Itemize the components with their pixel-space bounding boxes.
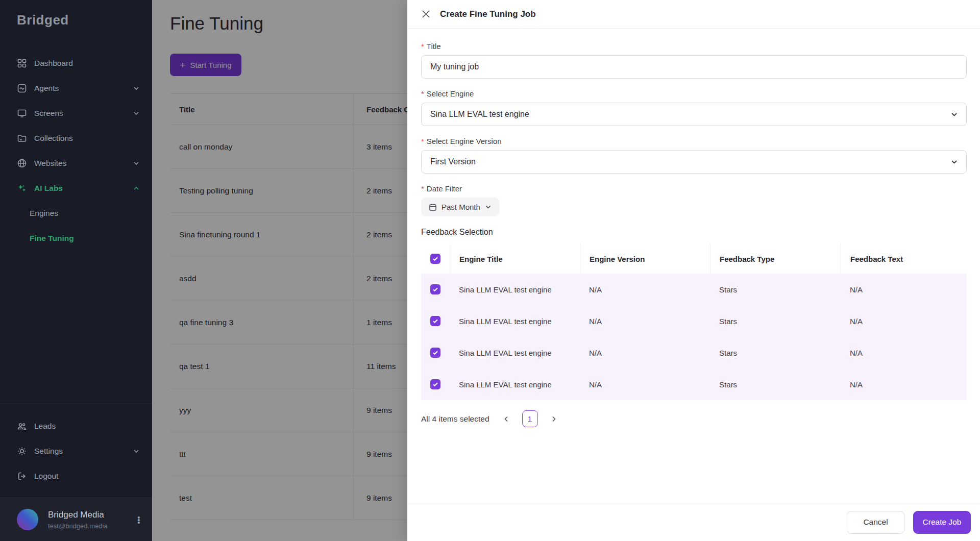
- drawer-header: Create Fine Tuning Job: [407, 0, 980, 29]
- close-icon[interactable]: [422, 10, 430, 18]
- feedback-row[interactable]: Sina LLM EVAL test engine N/A Stars N/A: [421, 337, 967, 368]
- date-filter-value: Past Month: [442, 203, 480, 211]
- feedback-table: Engine Title Engine Version Feedback Typ…: [421, 244, 967, 400]
- required-asterisk: *: [421, 42, 424, 51]
- sidebar-subitem-fine-tuning[interactable]: Fine Tuning: [0, 226, 152, 251]
- feedback-text-cell: N/A: [841, 317, 967, 326]
- create-job-button[interactable]: Create Job: [913, 511, 971, 534]
- column-header-feedback-text: Feedback Text: [841, 244, 967, 274]
- select-all-cell: [421, 244, 450, 274]
- feedback-type-cell: Stars: [710, 349, 841, 357]
- engine-select[interactable]: Sina LLM EVAL test engine: [421, 103, 967, 126]
- screens-icon: [17, 108, 27, 118]
- sparkles-icon: [17, 183, 27, 193]
- feedback-type-cell: Stars: [710, 380, 841, 389]
- feedback-type-cell: Stars: [710, 317, 841, 326]
- title-field-label: * Title: [421, 42, 967, 51]
- engine-version-select[interactable]: First Version: [421, 150, 967, 174]
- feedback-row[interactable]: Sina LLM EVAL test engine N/A Stars N/A: [421, 305, 967, 337]
- avatar[interactable]: [17, 509, 38, 530]
- title-input[interactable]: My tuning job: [421, 55, 967, 79]
- drawer-title: Create Fine Tuning Job: [440, 9, 536, 19]
- sidebar-spacer: [0, 251, 152, 404]
- user-meta: Bridged Media test@bridged.media: [48, 510, 136, 530]
- engine-version-cell: N/A: [580, 380, 710, 389]
- sidebar-subitem-label: Engines: [30, 209, 58, 218]
- sidebar-subitem-engines[interactable]: Engines: [0, 201, 152, 226]
- feedback-text-cell: N/A: [841, 380, 967, 389]
- engine-version-cell: N/A: [580, 285, 710, 294]
- row-checkbox-cell: [421, 316, 450, 326]
- previous-page-icon[interactable]: [503, 415, 510, 423]
- row-checkbox[interactable]: [430, 284, 440, 294]
- sidebar-item-label: Logout: [34, 472, 140, 481]
- sidebar-item-label: Agents: [34, 84, 133, 93]
- chevron-down-icon: [485, 204, 492, 210]
- sidebar-item-leads[interactable]: Leads: [0, 413, 152, 438]
- title-input-value: My tuning job: [430, 62, 479, 71]
- engine-select-value: Sina LLM EVAL test engine: [430, 110, 529, 119]
- sidebar-item-screens[interactable]: Screens: [0, 101, 152, 126]
- sidebar-divider: [0, 404, 152, 404]
- collections-icon: [17, 133, 27, 143]
- drawer-footer: Cancel Create Job: [407, 503, 980, 541]
- drawer-body: * Title My tuning job * Select Engine Si…: [407, 29, 980, 427]
- sidebar-item-logout[interactable]: Logout: [0, 463, 152, 488]
- sidebar-item-label: Collections: [34, 134, 140, 143]
- sidebar-item-settings[interactable]: Settings: [0, 438, 152, 463]
- feedback-row[interactable]: Sina LLM EVAL test engine N/A Stars N/A: [421, 368, 967, 400]
- sidebar-subitem-label: Fine Tuning: [30, 234, 74, 243]
- row-checkbox[interactable]: [430, 348, 440, 358]
- feedback-row[interactable]: Sina LLM EVAL test engine N/A Stars N/A: [421, 274, 967, 305]
- feedback-text-cell: N/A: [841, 349, 967, 357]
- sidebar-item-label: Leads: [34, 422, 140, 431]
- row-checkbox-cell: [421, 284, 450, 294]
- kebab-menu-icon[interactable]: •••: [136, 516, 142, 524]
- required-asterisk: *: [421, 89, 424, 98]
- calendar-icon: [429, 203, 437, 211]
- dashboard-icon: [17, 58, 27, 68]
- column-header-engine-title: Engine Title: [450, 244, 580, 274]
- feedback-table-header: Engine Title Engine Version Feedback Typ…: [421, 244, 967, 274]
- sidebar-item-label: Settings: [34, 447, 133, 456]
- sidebar-item-label: Dashboard: [34, 59, 140, 68]
- date-filter-dropdown[interactable]: Past Month: [421, 198, 499, 216]
- sidebar-footer-nav: Leads Settings Logout: [0, 413, 152, 488]
- sidebar-item-label: Websites: [34, 159, 133, 168]
- column-header-engine-version: Engine Version: [580, 244, 710, 274]
- row-checkbox[interactable]: [430, 316, 440, 326]
- chevron-down-icon: [950, 111, 958, 118]
- user-name: Bridged Media: [48, 510, 136, 520]
- chevron-down-icon: [133, 448, 140, 455]
- user-email: test@bridged.media: [48, 522, 136, 530]
- engine-title-cell: Sina LLM EVAL test engine: [450, 380, 580, 389]
- user-card: Bridged Media test@bridged.media •••: [0, 498, 152, 541]
- selection-summary: All 4 items selected: [421, 414, 489, 424]
- date-filter-label: * Date Filter: [421, 184, 967, 193]
- engine-field-label: * Select Engine: [421, 89, 967, 98]
- required-asterisk: *: [421, 137, 424, 145]
- sidebar-item-collections[interactable]: Collections: [0, 126, 152, 151]
- chevron-up-icon: [133, 185, 140, 192]
- engine-title-cell: Sina LLM EVAL test engine: [450, 349, 580, 357]
- page-number[interactable]: 1: [522, 410, 538, 427]
- logout-icon: [17, 471, 27, 481]
- column-header-feedback-type: Feedback Type: [710, 244, 841, 274]
- engine-version-cell: N/A: [580, 317, 710, 326]
- sidebar-item-ai-labs[interactable]: AI Labs: [0, 176, 152, 201]
- engine-version-select-value: First Version: [430, 157, 476, 166]
- next-page-icon[interactable]: [550, 415, 557, 423]
- sidebar-item-agents[interactable]: Agents: [0, 76, 152, 101]
- engine-version-cell: N/A: [580, 349, 710, 357]
- required-asterisk: *: [421, 184, 424, 193]
- sidebar-item-dashboard[interactable]: Dashboard: [0, 51, 152, 76]
- feedback-type-cell: Stars: [710, 285, 841, 294]
- sidebar: Bridged Dashboard Agents Screens: [0, 0, 152, 541]
- version-field-label: * Select Engine Version: [421, 137, 967, 145]
- row-checkbox[interactable]: [430, 379, 440, 389]
- sidebar-item-websites[interactable]: Websites: [0, 151, 152, 176]
- cancel-button[interactable]: Cancel: [847, 511, 904, 534]
- select-all-checkbox[interactable]: [430, 254, 440, 264]
- create-fine-tuning-drawer: Create Fine Tuning Job * Title My tuning…: [407, 0, 980, 541]
- chevron-down-icon: [133, 85, 140, 92]
